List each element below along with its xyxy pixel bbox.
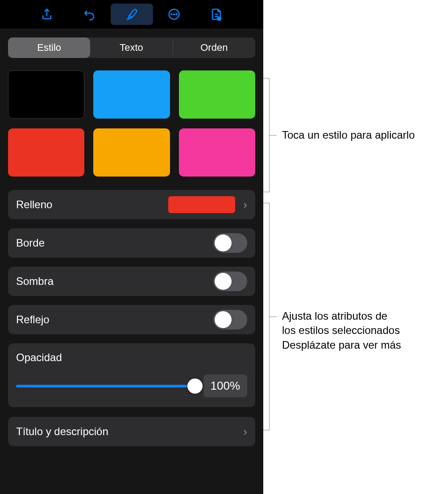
format-tabs: Estilo Texto Orden <box>8 37 255 58</box>
opacity-controls: 100% <box>16 375 247 397</box>
tab-text[interactable]: Texto <box>90 37 172 58</box>
opacity-label: Opacidad <box>16 351 62 363</box>
swatch-black[interactable] <box>8 70 84 119</box>
callout-attributes-line1: Ajusta los atributos de <box>282 309 434 323</box>
fill-row[interactable]: Relleno › <box>8 190 255 219</box>
undo-button[interactable] <box>68 4 111 25</box>
fill-color-preview <box>168 196 235 213</box>
swatch-red[interactable] <box>8 128 84 177</box>
bracket-line <box>270 317 277 317</box>
chevron-right-icon: › <box>243 425 247 439</box>
title-description-row[interactable]: Título y descripción › <box>8 417 255 446</box>
toggle-knob <box>215 273 232 290</box>
swatch-blue[interactable] <box>93 70 170 119</box>
tab-order[interactable]: Orden <box>173 37 255 58</box>
svg-point-3 <box>176 14 177 15</box>
bracket-line <box>270 135 277 136</box>
border-row: Borde <box>8 228 255 258</box>
inspector-content: Estilo Texto Orden Relleno › <box>0 29 263 494</box>
title-description-label: Título y descripción <box>16 425 243 438</box>
slider-thumb[interactable] <box>187 379 203 394</box>
opacity-slider[interactable] <box>16 379 195 393</box>
more-button[interactable] <box>153 4 195 25</box>
border-toggle[interactable] <box>213 233 247 253</box>
shadow-label: Sombra <box>16 275 213 288</box>
document-view-button[interactable] <box>195 4 238 25</box>
svg-point-5 <box>219 18 220 20</box>
opacity-row: Opacidad 100% <box>8 343 255 407</box>
format-brush-button[interactable] <box>111 4 153 25</box>
reflection-toggle[interactable] <box>213 310 247 329</box>
tab-text-label: Texto <box>120 42 143 54</box>
toolbar <box>0 0 263 29</box>
swatch-green[interactable] <box>179 70 255 119</box>
svg-point-2 <box>174 14 174 15</box>
border-label: Borde <box>16 237 213 249</box>
chevron-right-icon: › <box>243 198 247 212</box>
slider-track <box>16 385 195 387</box>
fill-label: Relleno <box>16 198 168 211</box>
swatch-magenta[interactable] <box>179 128 255 177</box>
reflection-label: Reflejo <box>16 313 213 326</box>
bracket-styles <box>263 78 270 192</box>
toggle-knob <box>215 311 232 328</box>
bracket-attributes <box>263 203 270 430</box>
callouts: Toca un estilo para aplicarlo Ajusta los… <box>263 0 448 494</box>
opacity-value[interactable]: 100% <box>203 375 248 397</box>
shadow-row: Sombra <box>8 267 255 296</box>
shadow-toggle[interactable] <box>213 272 247 291</box>
tab-style[interactable]: Estilo <box>8 37 90 58</box>
callout-attributes-line2: los estilos seleccionados <box>282 323 434 338</box>
callout-attributes: Ajusta los atributos de los estilos sele… <box>282 309 434 352</box>
inspector-panel: Estilo Texto Orden Relleno › <box>0 0 263 494</box>
share-button[interactable] <box>26 4 68 25</box>
swatch-orange[interactable] <box>93 128 170 177</box>
callout-styles: Toca un estilo para aplicarlo <box>282 128 415 142</box>
style-swatches <box>8 70 255 177</box>
tab-order-label: Orden <box>200 42 228 54</box>
tab-style-label: Estilo <box>37 42 61 54</box>
callout-attributes-line3: Desplázate para ver más <box>282 338 434 352</box>
toggle-knob <box>215 235 232 251</box>
reflection-row: Reflejo <box>8 305 255 334</box>
svg-point-1 <box>171 14 172 15</box>
